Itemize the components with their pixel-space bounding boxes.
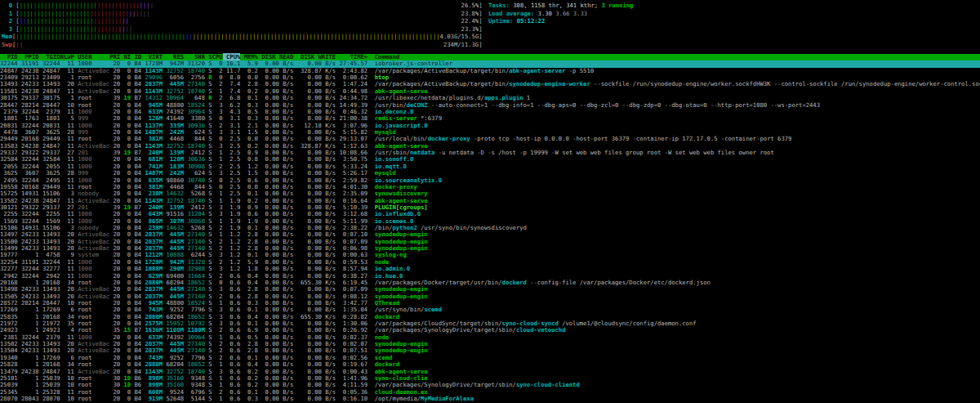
command-text: --config-file /var/packages/Docker/etc/d… (527, 279, 710, 286)
load-average: Load average: 3.30 3.66 3.33 (488, 10, 633, 18)
uptime: Uptime: 05:12:22 (488, 17, 633, 25)
uptime-value: 05:12:22 (517, 17, 546, 25)
process-rows: 32244 31191 32244 11 1000 20 0 B4 1728M … (0, 60, 980, 402)
system-summary: Tasks: 308, 1158 thr, 341 kthr; 3 runnin… (488, 2, 633, 25)
meter-2: 2 [||||||||||||||||||||||||||||||| 22.4%… (2, 17, 483, 25)
command-text: -proto tcp -host-ip 0.0.0.0 -host-port 3… (470, 135, 792, 142)
command-text: /volume1/@cloudsync/config/daemon.conf (559, 320, 697, 327)
command-text: /var/packages/SynologyDrive/target/sbin/ (375, 326, 516, 334)
cpu-memory-meters: 0 [|||||||||||||||||||||||||||||||||||||… (2, 2, 483, 49)
meter-swp: Swp[|| 234M/11.3G] (2, 41, 483, 49)
command-basename: dockerd (502, 279, 527, 286)
load-value-rest: 3.66 3.33 (555, 10, 587, 17)
command-basename: MyMediaForAlexa (421, 395, 474, 402)
tasks-label: Tasks: (488, 2, 513, 9)
tasks-summary: Tasks: 308, 1158 thr, 341 kthr; 3 runnin… (488, 2, 633, 10)
process-row[interactable]: 28070 28043 28070 10 root 20 0 B4 919M 5… (0, 396, 980, 402)
meter-0: 0 [|||||||||||||||||||||||||||||||||||||… (2, 2, 483, 10)
tasks-running: 3 running (601, 2, 633, 9)
command-basename: scemd (424, 306, 442, 313)
command-text: /usr/syno/bin/synowsdiscoveryd (417, 224, 527, 231)
load-value-1m: 3.30 (538, 10, 556, 17)
command-text: -p 5510 (565, 67, 594, 74)
tasks-counts: 308, 1158 thr, 341 kthr; (513, 2, 601, 9)
htop-terminal: 0 [|||||||||||||||||||||||||||||||||||||… (0, 0, 980, 403)
command-text: --sockfile /run/synodedup-engine/worker.… (590, 80, 980, 87)
command-basename: syno-cloud-clientd (516, 381, 580, 388)
process-table: PID PPID TGIDNLWP USER PRI NI IO VIRT RE… (0, 54, 980, 402)
command-text: --auto-connect=1 --dbg-info=1 --dbg-aps=… (428, 101, 820, 109)
meter-mem: Mem[||||||||||||||||||||||||||||||||||||… (2, 33, 483, 41)
command-text: /var/packages/ActiveBackup/target/bin/ (375, 67, 509, 74)
command-text: /opt/mymedia/ (375, 395, 421, 402)
uptime-label: Uptime: (488, 17, 517, 25)
load-label: Load average: (488, 10, 538, 17)
command-basename: abk-agent-server (509, 67, 565, 74)
command-basename: docker-proxy (428, 135, 470, 142)
command-basename: synodedup-engine-worker (509, 80, 590, 87)
command-text: -u netdata -D -s /host -p 19999 -W set w… (434, 149, 773, 156)
meter-1: 1 [|||||||||||||||||||||||||||||||||||||… (2, 10, 483, 18)
command-basename: netdata (410, 149, 434, 156)
meter-3: 3 [|||||||||||||||||||||||||||||||| 23.3… (2, 25, 483, 34)
command-basename: cloud-vmtouchd (516, 326, 566, 334)
